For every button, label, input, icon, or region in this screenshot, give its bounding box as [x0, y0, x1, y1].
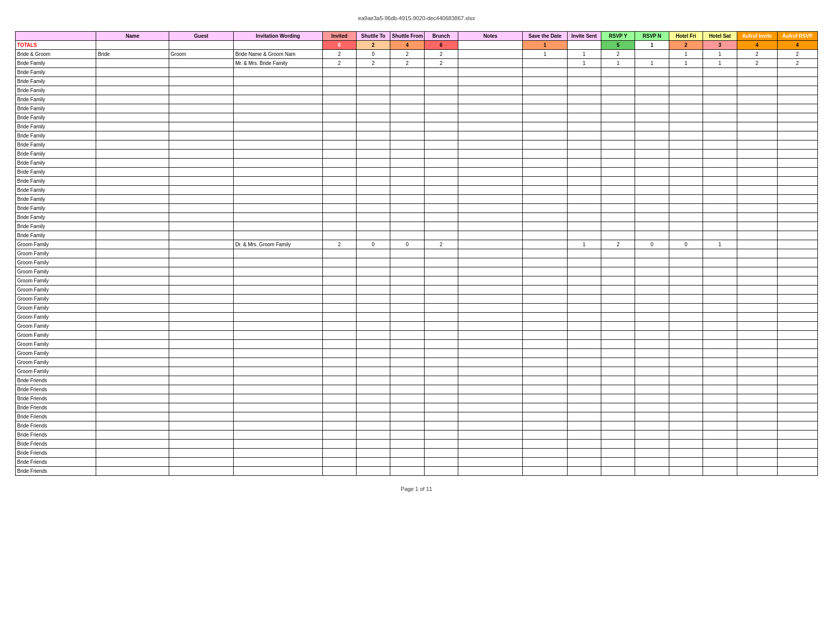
table-row: Bride Family — [16, 95, 818, 104]
table-row: Bride Family — [16, 77, 818, 86]
bg-invited: 2 — [322, 50, 356, 59]
row-group: Groom Family — [16, 349, 96, 358]
header-row: Name Guest Invitation Wording Invited Sh… — [16, 32, 818, 41]
row-group: Bride Family — [16, 77, 96, 86]
header-notes: Notes — [458, 32, 523, 41]
table-row: Bride Friends — [16, 403, 818, 412]
row-group: Groom Family — [16, 367, 96, 376]
bg-guest: Groom — [169, 50, 233, 59]
table-row: Bride Family — [16, 222, 818, 231]
table-row: Bride Family — [16, 131, 818, 140]
row-group: Groom Family — [16, 249, 96, 258]
row-group: Bride Family — [16, 195, 96, 204]
header-aufruf-rsvp: Aufruf RSVP — [777, 32, 817, 41]
bg-notes — [458, 50, 523, 59]
row-group: Bride Family — [16, 104, 96, 113]
row-group: Groom Family — [16, 267, 96, 276]
totals-rsvp-n: 1 — [635, 41, 669, 50]
table-row: Groom Family — [16, 276, 818, 285]
header-rsvp-y: RSVP Y — [601, 32, 635, 41]
bg-invitation: Bride Name & Groom Nam — [234, 50, 322, 59]
spreadsheet: Name Guest Invitation Wording Invited Sh… — [15, 31, 818, 476]
row-group: Groom Family — [16, 285, 96, 295]
table-row: Groom FamilyDr. & Mrs. Groom Family20021… — [16, 240, 818, 249]
table-row: Bride Family — [16, 140, 818, 150]
row-group: Groom Family — [16, 240, 96, 249]
row-group: Bride Friends — [16, 394, 96, 403]
totals-brunch: 6 — [424, 41, 458, 50]
table-row: Groom Family — [16, 313, 818, 322]
table-row: Groom Family — [16, 367, 818, 376]
file-title: ea9ae3a5-96db-4915-9020-dec440683867.xls… — [10, 10, 823, 21]
table-row: Bride Friends — [16, 440, 818, 449]
header-aufruf-invite: Aufruf Invite — [737, 32, 777, 41]
row-group: Bride Family — [16, 159, 96, 168]
row-group: Bride Family — [16, 150, 96, 159]
row-group: Bride Friends — [16, 421, 96, 431]
row-group: Bride Friends — [16, 385, 96, 394]
row-group: Bride Friends — [16, 449, 96, 458]
table-row: Groom Family — [16, 331, 818, 340]
header-invitation: Invitation Wording — [234, 32, 322, 41]
row-group: Groom Family — [16, 295, 96, 304]
table-row: Groom Family — [16, 358, 818, 367]
row-group: Bride Family — [16, 231, 96, 240]
row-group: Bride Family — [16, 168, 96, 177]
table-row: Bride Friends — [16, 412, 818, 421]
bg-aufruf-invite: 2 — [737, 50, 777, 59]
totals-hotel-fri: 2 — [669, 41, 703, 50]
guest-table: Name Guest Invitation Wording Invited Sh… — [15, 31, 818, 476]
header-shuttle-from: Shuttle From — [390, 32, 424, 41]
totals-hotel-sat: 3 — [703, 41, 737, 50]
header-group — [16, 32, 96, 41]
header-invite-sent: Invite Sent — [567, 32, 601, 41]
table-row: Groom Family — [16, 349, 818, 358]
table-row: Groom Family — [16, 304, 818, 313]
totals-save-date: 1 — [523, 41, 567, 50]
bg-brunch: 2 — [424, 50, 458, 59]
header-rsvp-n: RSVP N — [635, 32, 669, 41]
header-guest: Guest — [169, 32, 233, 41]
row-group: Bride Friends — [16, 440, 96, 449]
table-row: Bride Family — [16, 86, 818, 95]
header-invited: Invited — [322, 32, 356, 41]
table-row: Bride Friends — [16, 449, 818, 458]
bg-invite-sent: 1 — [567, 50, 601, 59]
row-group: Bride Friends — [16, 431, 96, 440]
table-row: Bride Friends — [16, 421, 818, 431]
row-group: Groom Family — [16, 258, 96, 267]
table-row: Bride Family — [16, 159, 818, 168]
table-row: Bride Family — [16, 113, 818, 122]
row-group: Bride Family — [16, 204, 96, 213]
table-row: Bride Friends — [16, 431, 818, 440]
totals-shuttle-from: 4 — [390, 41, 424, 50]
bg-group: Bride & Groom — [16, 50, 96, 59]
table-row: Bride Family — [16, 177, 818, 186]
table-row: Bride Family — [16, 168, 818, 177]
row-group: Groom Family — [16, 313, 96, 322]
table-row: Bride Family — [16, 204, 818, 213]
header-name: Name — [96, 32, 169, 41]
table-row: Bride Family — [16, 195, 818, 204]
table-row: Groom Family — [16, 285, 818, 295]
table-row: Bride Friends — [16, 376, 818, 385]
bg-aufruf-rsvp: 2 — [777, 50, 817, 59]
row-group: Bride Friends — [16, 412, 96, 421]
bg-name: Bride — [96, 50, 169, 59]
table-row: Groom Family — [16, 295, 818, 304]
table-row: Bride Friends — [16, 394, 818, 403]
table-row: Bride Family — [16, 122, 818, 131]
table-row: Bride Friends — [16, 467, 818, 476]
bride-groom-row: Bride & Groom Bride Groom Bride Name & G… — [16, 50, 818, 59]
header-brunch: Brunch — [424, 32, 458, 41]
totals-aufruf-rsvp: 4 — [777, 41, 817, 50]
row-group: Bride Friends — [16, 467, 96, 476]
row-group: Bride Family — [16, 122, 96, 131]
page-footer: Page 1 of 11 — [10, 476, 823, 492]
row-group: Groom Family — [16, 340, 96, 349]
bg-hotel-fri: 1 — [669, 50, 703, 59]
table-row: Bride Family — [16, 186, 818, 195]
row-group: Bride Family — [16, 213, 96, 222]
table-row: Bride Family — [16, 231, 818, 240]
bg-hotel-sat: 1 — [703, 50, 737, 59]
